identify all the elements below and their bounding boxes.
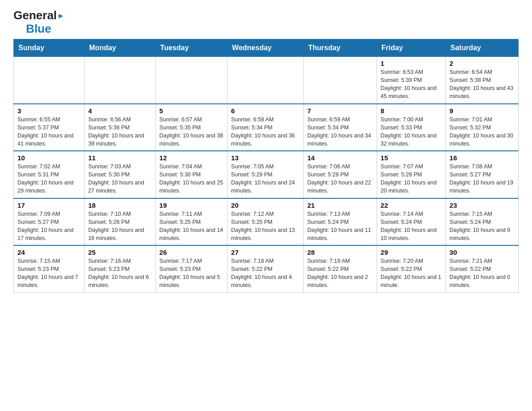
day-number: 9	[450, 107, 515, 115]
header-sunday: Sunday	[14, 39, 85, 57]
day-info: Sunrise: 6:57 AM Sunset: 5:35 PM Dayligh…	[159, 116, 223, 148]
day-info: Sunrise: 7:13 AM Sunset: 5:24 PM Dayligh…	[307, 210, 373, 243]
calendar-cell: 15Sunrise: 7:07 AM Sunset: 5:28 PM Dayli…	[377, 151, 446, 198]
day-info: Sunrise: 7:14 AM Sunset: 5:24 PM Dayligh…	[381, 210, 442, 243]
calendar-cell: 18Sunrise: 7:10 AM Sunset: 5:26 PM Dayli…	[84, 198, 155, 246]
calendar-cell: 23Sunrise: 7:15 AM Sunset: 5:24 PM Dayli…	[446, 198, 518, 246]
calendar-cell: 12Sunrise: 7:04 AM Sunset: 5:30 PM Dayli…	[155, 151, 227, 198]
day-number: 13	[231, 154, 300, 162]
calendar-cell: 14Sunrise: 7:06 AM Sunset: 5:28 PM Dayli…	[304, 151, 377, 198]
calendar-cell: 1Sunrise: 6:53 AM Sunset: 5:39 PM Daylig…	[377, 57, 446, 104]
calendar-week-row: 24Sunrise: 7:15 AM Sunset: 5:23 PM Dayli…	[14, 245, 519, 292]
calendar-cell	[227, 57, 304, 104]
calendar-cell: 10Sunrise: 7:02 AM Sunset: 5:31 PM Dayli…	[14, 151, 85, 198]
day-number: 5	[159, 107, 223, 115]
calendar-cell: 22Sunrise: 7:14 AM Sunset: 5:24 PM Dayli…	[377, 198, 446, 246]
day-info: Sunrise: 7:09 AM Sunset: 5:27 PM Dayligh…	[17, 210, 81, 243]
calendar-cell	[14, 57, 85, 104]
day-info: Sunrise: 7:00 AM Sunset: 5:33 PM Dayligh…	[381, 116, 442, 148]
calendar-cell: 6Sunrise: 6:58 AM Sunset: 5:34 PM Daylig…	[227, 104, 304, 151]
calendar-cell: 25Sunrise: 7:16 AM Sunset: 5:23 PM Dayli…	[84, 245, 155, 292]
calendar-week-row: 10Sunrise: 7:02 AM Sunset: 5:31 PM Dayli…	[14, 151, 519, 198]
calendar-cell: 29Sunrise: 7:20 AM Sunset: 5:22 PM Dayli…	[377, 245, 446, 292]
logo-blue: Blue	[26, 22, 51, 35]
day-number: 27	[231, 248, 300, 256]
day-info: Sunrise: 6:55 AM Sunset: 5:37 PM Dayligh…	[17, 116, 81, 148]
day-number: 11	[88, 154, 152, 162]
header-monday: Monday	[84, 39, 155, 57]
calendar-week-row: 1Sunrise: 6:53 AM Sunset: 5:39 PM Daylig…	[14, 57, 519, 104]
day-number: 19	[159, 201, 223, 209]
day-number: 6	[231, 107, 300, 115]
calendar-cell: 26Sunrise: 7:17 AM Sunset: 5:23 PM Dayli…	[155, 245, 227, 292]
day-info: Sunrise: 7:12 AM Sunset: 5:25 PM Dayligh…	[231, 210, 300, 243]
day-info: Sunrise: 7:06 AM Sunset: 5:28 PM Dayligh…	[307, 163, 373, 195]
day-number: 7	[307, 107, 373, 115]
day-info: Sunrise: 7:05 AM Sunset: 5:29 PM Dayligh…	[231, 163, 300, 195]
day-number: 4	[88, 107, 152, 115]
calendar-cell: 24Sunrise: 7:15 AM Sunset: 5:23 PM Dayli…	[14, 245, 85, 292]
day-number: 14	[307, 154, 373, 162]
calendar-cell: 11Sunrise: 7:03 AM Sunset: 5:30 PM Dayli…	[84, 151, 155, 198]
day-number: 8	[381, 107, 442, 115]
header-tuesday: Tuesday	[155, 39, 227, 57]
day-number: 10	[17, 154, 81, 162]
calendar-cell: 4Sunrise: 6:56 AM Sunset: 5:36 PM Daylig…	[84, 104, 155, 151]
day-number: 29	[381, 248, 442, 256]
header-thursday: Thursday	[304, 39, 377, 57]
calendar-table: SundayMondayTuesdayWednesdayThursdayFrid…	[13, 39, 519, 293]
day-info: Sunrise: 7:16 AM Sunset: 5:23 PM Dayligh…	[88, 257, 152, 290]
day-info: Sunrise: 6:59 AM Sunset: 5:34 PM Dayligh…	[307, 116, 373, 148]
day-number: 28	[307, 248, 373, 256]
day-number: 20	[231, 201, 300, 209]
day-info: Sunrise: 7:02 AM Sunset: 5:31 PM Dayligh…	[17, 163, 81, 195]
day-info: Sunrise: 7:20 AM Sunset: 5:22 PM Dayligh…	[381, 257, 442, 290]
day-info: Sunrise: 7:18 AM Sunset: 5:22 PM Dayligh…	[231, 257, 300, 290]
day-number: 1	[381, 60, 442, 67]
day-number: 2	[450, 60, 515, 67]
header-saturday: Saturday	[446, 39, 518, 57]
day-number: 12	[159, 154, 223, 162]
day-number: 16	[450, 154, 515, 162]
day-info: Sunrise: 7:15 AM Sunset: 5:24 PM Dayligh…	[450, 210, 515, 243]
day-number: 21	[307, 201, 373, 209]
calendar-cell	[304, 57, 377, 104]
calendar-cell: 20Sunrise: 7:12 AM Sunset: 5:25 PM Dayli…	[227, 198, 304, 246]
day-info: Sunrise: 7:19 AM Sunset: 5:22 PM Dayligh…	[307, 257, 373, 290]
calendar-cell: 3Sunrise: 6:55 AM Sunset: 5:37 PM Daylig…	[14, 104, 85, 151]
calendar-cell: 13Sunrise: 7:05 AM Sunset: 5:29 PM Dayli…	[227, 151, 304, 198]
day-info: Sunrise: 6:54 AM Sunset: 5:38 PM Dayligh…	[450, 68, 515, 101]
calendar-cell: 17Sunrise: 7:09 AM Sunset: 5:27 PM Dayli…	[14, 198, 85, 246]
day-info: Sunrise: 6:56 AM Sunset: 5:36 PM Dayligh…	[88, 116, 152, 148]
calendar-cell: 8Sunrise: 7:00 AM Sunset: 5:33 PM Daylig…	[377, 104, 446, 151]
header-wednesday: Wednesday	[227, 39, 304, 57]
page-header: General Blue	[13, 9, 519, 35]
calendar-cell: 2Sunrise: 6:54 AM Sunset: 5:38 PM Daylig…	[446, 57, 518, 104]
day-info: Sunrise: 6:53 AM Sunset: 5:39 PM Dayligh…	[381, 68, 442, 101]
calendar-header-row: SundayMondayTuesdayWednesdayThursdayFrid…	[14, 39, 519, 57]
day-number: 24	[17, 248, 81, 256]
day-number: 17	[17, 201, 81, 209]
day-info: Sunrise: 7:15 AM Sunset: 5:23 PM Dayligh…	[17, 257, 81, 290]
logo: General Blue	[13, 9, 64, 35]
calendar-week-row: 17Sunrise: 7:09 AM Sunset: 5:27 PM Dayli…	[14, 198, 519, 246]
day-info: Sunrise: 7:03 AM Sunset: 5:30 PM Dayligh…	[88, 163, 152, 195]
day-info: Sunrise: 7:21 AM Sunset: 5:22 PM Dayligh…	[450, 257, 515, 290]
logo-general: General	[13, 9, 64, 22]
svg-marker-0	[59, 14, 63, 18]
day-info: Sunrise: 7:01 AM Sunset: 5:32 PM Dayligh…	[450, 116, 515, 148]
day-info: Sunrise: 7:08 AM Sunset: 5:27 PM Dayligh…	[450, 163, 515, 195]
calendar-cell: 21Sunrise: 7:13 AM Sunset: 5:24 PM Dayli…	[304, 198, 377, 246]
calendar-week-row: 3Sunrise: 6:55 AM Sunset: 5:37 PM Daylig…	[14, 104, 519, 151]
day-number: 22	[381, 201, 442, 209]
day-number: 3	[17, 107, 81, 115]
calendar-cell: 27Sunrise: 7:18 AM Sunset: 5:22 PM Dayli…	[227, 245, 304, 292]
calendar-cell	[155, 57, 227, 104]
calendar-cell: 9Sunrise: 7:01 AM Sunset: 5:32 PM Daylig…	[446, 104, 518, 151]
calendar-cell: 16Sunrise: 7:08 AM Sunset: 5:27 PM Dayli…	[446, 151, 518, 198]
calendar-cell: 5Sunrise: 6:57 AM Sunset: 5:35 PM Daylig…	[155, 104, 227, 151]
day-number: 30	[450, 248, 515, 256]
header-friday: Friday	[377, 39, 446, 57]
day-info: Sunrise: 7:11 AM Sunset: 5:25 PM Dayligh…	[159, 210, 223, 243]
day-info: Sunrise: 7:17 AM Sunset: 5:23 PM Dayligh…	[159, 257, 223, 290]
